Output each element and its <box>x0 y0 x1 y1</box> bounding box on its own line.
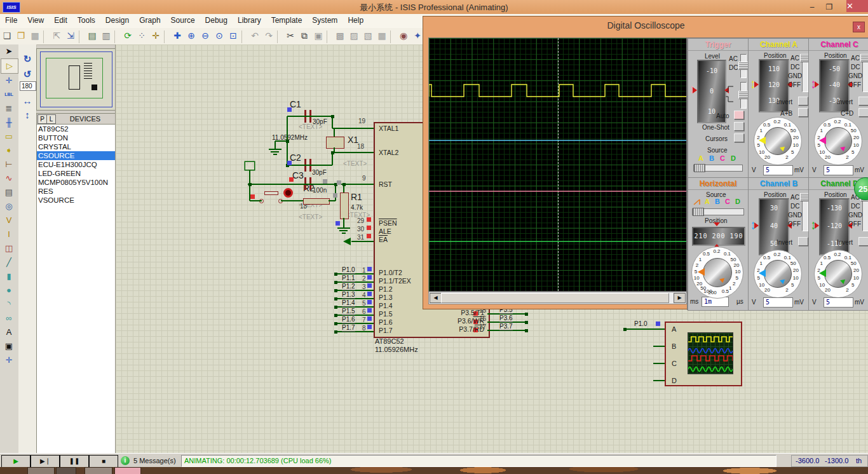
menu-source[interactable]: Source <box>166 14 200 25</box>
channel-value-box[interactable]: 5 <box>763 165 793 175</box>
origin-icon[interactable]: ✛ <box>149 29 163 43</box>
rotate-ccw-button[interactable]: ↺ <box>18 69 36 80</box>
taskbar-item[interactable] <box>56 467 76 474</box>
restore-button[interactable]: ❐ <box>822 2 837 12</box>
block-rotate-icon[interactable]: ▧ <box>361 29 375 43</box>
mirror-vertical-button[interactable]: ↕ <box>18 109 36 120</box>
zoom-out-icon[interactable]: ⊖ <box>198 29 212 43</box>
menu-library[interactable]: Library <box>233 14 266 25</box>
trigger-source-thumb[interactable] <box>694 164 705 172</box>
coupling-thumb[interactable] <box>860 54 868 62</box>
device-item-button[interactable]: BUTTON <box>37 133 116 142</box>
pan-icon[interactable]: ✚ <box>170 29 184 43</box>
close-button[interactable]: ✕ <box>846 0 868 12</box>
taskbar-item[interactable] <box>114 467 141 474</box>
2d-marker-tool-icon[interactable]: ✛ <box>1 353 17 367</box>
channel-value-box[interactable]: 5 <box>763 297 793 308</box>
new-design-icon[interactable]: ❏ <box>0 29 14 43</box>
zoom-all-icon[interactable]: ⊙ <box>212 29 226 43</box>
play-button[interactable]: ▶ <box>1 455 31 468</box>
menu-template[interactable]: Template <box>266 14 308 25</box>
2d-symbol-tool-icon[interactable]: ▣ <box>1 339 17 353</box>
dial-knob[interactable] <box>703 258 732 287</box>
message-info-icon[interactable]: i <box>121 456 130 465</box>
minimize-button[interactable]: – <box>804 2 820 12</box>
undo-icon[interactable]: ↶ <box>248 29 262 43</box>
combine-button[interactable] <box>798 108 808 117</box>
2d-text-tool-icon[interactable]: A <box>1 325 17 339</box>
device-pin-tool-icon[interactable]: ⊢ <box>1 158 17 172</box>
current-probe-tool-icon[interactable]: I <box>1 227 17 241</box>
mirror-horizontal-button[interactable]: ↔ <box>18 95 36 106</box>
schematic-overview[interactable] <box>36 48 116 111</box>
2d-arc-tool-icon[interactable]: ◝ <box>1 297 17 311</box>
pause-button[interactable]: ❚❚ <box>60 455 89 468</box>
voltage-probe-tool-icon[interactable]: V <box>1 213 17 227</box>
message-count[interactable]: 5 Message(s) <box>133 457 176 464</box>
taskbar-item[interactable] <box>85 467 112 474</box>
position-display[interactable]: 30 40 50 <box>759 198 789 255</box>
open-design-icon[interactable]: ❐ <box>14 29 28 43</box>
device-item-ecu-e1h300jcq[interactable]: ECU-E1H300JCQ <box>37 160 116 169</box>
import-section-icon[interactable]: ⇱ <box>50 29 64 43</box>
save-design-icon[interactable]: ▦ <box>28 29 42 43</box>
library-manager-button[interactable]: L <box>46 114 56 124</box>
dial-knob[interactable] <box>764 127 792 155</box>
rotation-angle-field[interactable]: 180 <box>20 81 36 91</box>
dial-knob[interactable] <box>764 260 792 288</box>
device-item-csource[interactable]: CSOURCE <box>37 151 116 160</box>
horizontal-source-thumb[interactable] <box>693 208 704 216</box>
invert-button[interactable] <box>858 97 868 105</box>
oscilloscope-close-button[interactable]: x <box>853 22 865 32</box>
menu-file[interactable]: File <box>0 14 22 25</box>
print-icon[interactable]: ▤ <box>85 29 99 43</box>
cursors-button[interactable] <box>734 133 744 142</box>
channel-value-box[interactable]: 5 <box>824 165 853 175</box>
generator-tool-icon[interactable]: ◎ <box>1 200 17 213</box>
2d-path-tool-icon[interactable]: ∞ <box>1 311 17 325</box>
menu-tools[interactable]: Tools <box>72 14 100 25</box>
menu-graph[interactable]: Graph <box>134 14 165 25</box>
menu-view[interactable]: View <box>22 14 49 25</box>
zoom-in-icon[interactable]: ⊕ <box>184 29 198 43</box>
tape-recorder-tool-icon[interactable]: ▤ <box>1 186 17 200</box>
copy-icon[interactable]: ⧉ <box>297 29 311 43</box>
block-copy-icon[interactable]: ▩ <box>333 29 347 43</box>
device-item-crystal[interactable]: CRYSTAL <box>37 142 116 151</box>
menu-help[interactable]: Help <box>342 14 369 25</box>
export-section-icon[interactable]: ⇲ <box>64 29 78 43</box>
scroll-left-arrow[interactable]: ◀ <box>430 293 442 303</box>
cut-icon[interactable]: ✂ <box>283 29 297 43</box>
trigger-edge-thumb[interactable] <box>738 91 749 99</box>
2d-line-tool-icon[interactable]: ╱ <box>1 255 17 269</box>
device-item-at89c52[interactable]: AT89C52 <box>37 125 116 133</box>
2d-circle-tool-icon[interactable]: ● <box>1 283 17 297</box>
zoom-area-icon[interactable]: ⊡ <box>226 29 240 43</box>
rotate-cw-button[interactable]: ↻ <box>18 53 36 65</box>
wire-label-tool-icon[interactable]: LBL <box>1 88 17 102</box>
taskbar-item[interactable] <box>27 467 55 474</box>
invert-button[interactable] <box>798 97 808 105</box>
menu-edit[interactable]: Edit <box>49 14 72 25</box>
device-list[interactable]: AT89C52BUTTONCRYSTALCSOURCEECU-E1H300JCQ… <box>36 124 116 454</box>
component-tool-icon[interactable]: ▷ <box>1 58 18 74</box>
device-item-mcmp0805y5v100n[interactable]: MCMP0805Y5V100N <box>37 178 116 187</box>
redraw-icon[interactable]: ⟳ <box>121 29 135 43</box>
graph-tool-icon[interactable]: ∿ <box>1 172 17 186</box>
invert-button[interactable] <box>798 237 808 246</box>
one-shot-button[interactable] <box>734 122 744 131</box>
junction-dot-tool-icon[interactable]: ✛ <box>1 74 17 88</box>
oscilloscope-scrollbar[interactable]: ◀ ▶ <box>428 292 687 304</box>
text-script-tool-icon[interactable]: ≣ <box>1 102 17 116</box>
scrollbar-thumb[interactable] <box>441 293 669 303</box>
auto-button[interactable] <box>734 111 744 119</box>
menu-system[interactable]: System <box>307 14 342 25</box>
device-item-vsource[interactable]: VSOURCE <box>37 196 116 205</box>
stop-button[interactable]: ■ <box>89 455 118 468</box>
combine-button[interactable] <box>858 108 868 117</box>
mark-output-area-icon[interactable]: ▥ <box>99 29 113 43</box>
device-item-res[interactable]: RES <box>37 187 116 196</box>
step-button[interactable]: ▶❘ <box>31 455 60 468</box>
pick-devices-button[interactable]: P <box>37 114 47 124</box>
oscilloscope-window[interactable]: Digital Oscilloscope x ◀ ▶ Trigger Level… <box>423 16 868 309</box>
